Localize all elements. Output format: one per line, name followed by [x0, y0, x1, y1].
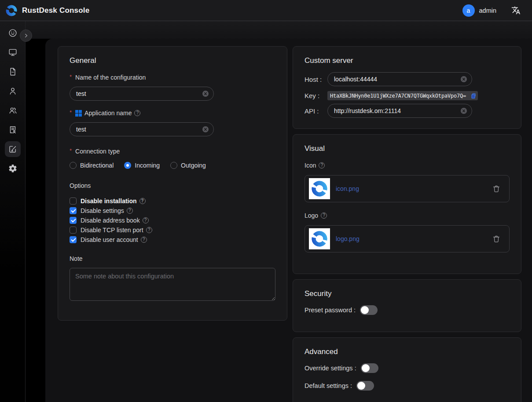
- app-title: RustDesk Console: [22, 6, 89, 15]
- help-icon[interactable]: [141, 237, 147, 243]
- app-name-input[interactable]: [76, 126, 202, 133]
- connection-type-label: Connection type: [70, 148, 275, 155]
- checkbox-icon: [70, 227, 77, 234]
- config-name-field: [70, 87, 214, 101]
- preset-password-label: Preset password :: [305, 307, 356, 314]
- api-field: [327, 104, 472, 118]
- key-value: HtaXBkJNHyn0e1U1jWXze7A7CN7QTGWqxkOtpaVp…: [330, 93, 470, 99]
- general-title: General: [70, 56, 275, 65]
- clear-icon[interactable]: [460, 76, 467, 83]
- logo-file-link[interactable]: logo.png: [336, 235, 360, 242]
- icon-label: Icon: [305, 162, 510, 169]
- edit-icon: [8, 144, 18, 154]
- radio-bidirectional[interactable]: Bidirectional: [70, 162, 114, 169]
- radio-outgoing[interactable]: Outgoing: [170, 162, 206, 169]
- api-input[interactable]: [334, 107, 460, 114]
- app-name-label: Application name: [70, 110, 275, 117]
- audit-log-icon: [8, 125, 18, 135]
- advanced-card: Advanced Override settings : Default set…: [293, 337, 521, 402]
- icon-file-link[interactable]: icon.png: [336, 185, 359, 192]
- note-label: Note: [70, 255, 275, 262]
- checkbox-icon: [70, 236, 77, 243]
- key-label: Key :: [305, 92, 327, 99]
- icon-file-box: icon.png: [305, 175, 510, 202]
- main-area: General Name of the configuration: [26, 21, 532, 402]
- help-icon[interactable]: [321, 212, 327, 219]
- sidebar-expand-button[interactable]: [20, 29, 32, 42]
- smiley-icon: [8, 28, 18, 38]
- clear-icon[interactable]: [202, 126, 209, 133]
- checkbox-icon: [70, 207, 77, 214]
- host-label: Host :: [305, 76, 327, 83]
- sidebar-item-documents[interactable]: [5, 64, 21, 80]
- radio-icon: [124, 162, 131, 169]
- option-disable-settings[interactable]: Disable settings: [70, 206, 275, 216]
- sidebar-item-settings[interactable]: [5, 161, 21, 176]
- custom-server-card: Custom server Host : Key : H: [293, 46, 521, 129]
- chevron-right-icon: [23, 33, 29, 38]
- delete-icon[interactable]: [492, 235, 500, 243]
- logo-file-box: logo.png: [305, 225, 510, 252]
- radio-incoming[interactable]: Incoming: [124, 162, 160, 169]
- user-name[interactable]: admin: [479, 7, 497, 14]
- sidebar-item-audit[interactable]: [5, 122, 21, 138]
- help-icon[interactable]: [127, 208, 133, 214]
- gear-icon: [8, 164, 18, 173]
- monitor-icon: [8, 48, 18, 57]
- sidebar-item-smiley[interactable]: [5, 25, 21, 41]
- override-settings-toggle[interactable]: [361, 363, 378, 373]
- icon-preview: [309, 178, 330, 199]
- content-panel: General Name of the configuration: [45, 39, 532, 402]
- visual-card: Visual Icon icon.png: [293, 134, 521, 274]
- help-icon[interactable]: [143, 217, 149, 223]
- checkbox-icon: [70, 217, 77, 224]
- clear-icon[interactable]: [202, 90, 209, 97]
- windows-icon: [75, 110, 82, 117]
- option-disable-user-account[interactable]: Disable user account: [70, 235, 275, 245]
- help-icon[interactable]: [139, 198, 146, 204]
- host-input[interactable]: [334, 76, 460, 83]
- sidebar-item-devices[interactable]: [5, 44, 21, 60]
- security-card: Security Preset password :: [293, 279, 521, 332]
- option-disable-tcp-listen-port[interactable]: Disable TCP listen port: [70, 225, 275, 235]
- sidebar: [0, 21, 26, 402]
- options-label: Options: [70, 182, 275, 189]
- default-settings-toggle[interactable]: [356, 381, 374, 391]
- user-avatar[interactable]: a: [462, 4, 475, 17]
- sidebar-item-groups[interactable]: [5, 102, 21, 118]
- radio-icon: [70, 162, 77, 169]
- option-disable-installation[interactable]: Disable installation: [70, 196, 275, 206]
- advanced-title: Advanced: [305, 347, 510, 356]
- app-name-field: [70, 122, 214, 136]
- sidebar-item-custom-clients[interactable]: [5, 141, 21, 157]
- option-disable-address-book[interactable]: Disable address book: [70, 216, 275, 225]
- clear-icon[interactable]: [460, 107, 467, 114]
- translate-icon[interactable]: [511, 6, 521, 15]
- default-settings-label: Default settings :: [305, 382, 352, 389]
- help-icon[interactable]: [134, 110, 140, 116]
- options-list: Disable installation Disable settings Di…: [70, 196, 275, 245]
- help-icon[interactable]: [146, 227, 152, 233]
- delete-icon[interactable]: [492, 185, 500, 193]
- logo-label: Logo: [305, 212, 510, 219]
- checkbox-icon: [70, 197, 77, 205]
- help-icon[interactable]: [319, 162, 325, 168]
- copy-icon[interactable]: [470, 93, 476, 99]
- rustdesk-logo-icon: [5, 4, 18, 17]
- user-group-icon: [8, 106, 18, 115]
- header-band: [26, 21, 532, 39]
- rustdesk-logo-icon: [311, 230, 328, 248]
- config-name-input[interactable]: [76, 90, 202, 97]
- user-icon: [8, 86, 18, 96]
- preset-password-toggle[interactable]: [360, 305, 378, 315]
- sidebar-item-users[interactable]: [5, 83, 21, 99]
- connection-type-group: Bidirectional Incoming Outgoing: [70, 162, 275, 169]
- general-card: General Name of the configuration: [58, 46, 287, 321]
- config-name-label: Name of the configuration: [70, 74, 275, 81]
- radio-icon: [170, 162, 177, 169]
- note-textarea[interactable]: [70, 268, 275, 301]
- logo-preview: [309, 228, 330, 249]
- document-icon: [8, 67, 18, 77]
- rustdesk-logo-icon: [311, 180, 328, 197]
- override-settings-label: Override settings :: [305, 365, 356, 372]
